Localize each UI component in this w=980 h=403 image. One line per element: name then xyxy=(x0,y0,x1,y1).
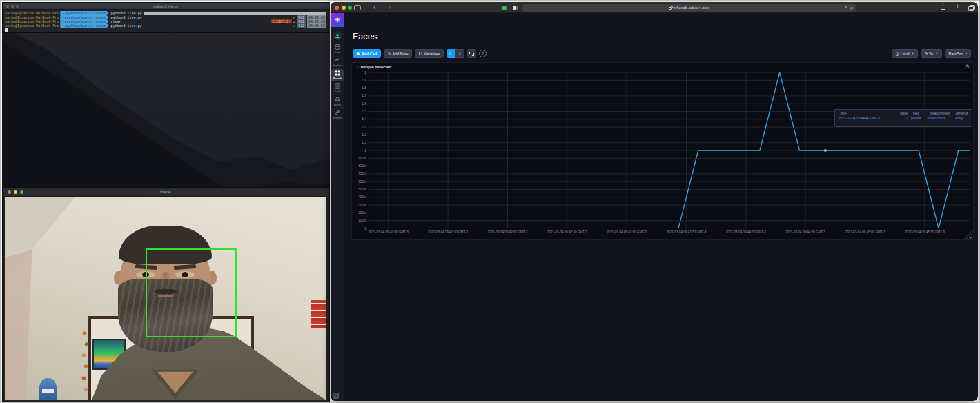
hanging-ornament xyxy=(81,353,86,358)
add-cell-icon: ✚ xyxy=(357,52,360,56)
drag-handle-icon[interactable]: ⠿ xyxy=(356,65,359,69)
add-cell-button[interactable]: ✚Add Cell xyxy=(353,49,381,58)
back-button[interactable]: ‹ xyxy=(373,3,375,12)
y-axis-tick-label: 400m xyxy=(352,195,366,199)
sidebar-item-explore[interactable]: Explore xyxy=(331,56,344,68)
graph-line-icon xyxy=(335,57,340,63)
extension-icon[interactable] xyxy=(502,6,507,10)
x-axis-tick-label: 2021-03-04 09:41:30 GMT-3 xyxy=(428,230,468,234)
terminal-cursor[interactable] xyxy=(5,28,8,32)
wrench-icon xyxy=(335,110,340,115)
tooltip-column: cameras entry xyxy=(956,112,968,124)
tooltip-column: _measurement public-count xyxy=(928,112,952,124)
history-number: 942 xyxy=(297,23,306,28)
sidebar-item-tasks[interactable]: Tasks xyxy=(331,82,344,95)
translate-icon[interactable]: ᵃ xyxy=(845,6,847,10)
sidebar-toggle-icon[interactable] xyxy=(354,5,361,10)
dark-mode-icon[interactable]: ☾ xyxy=(447,49,455,58)
influxdb-logo[interactable]: ❋ xyxy=(331,13,344,27)
frame-window-title: frame xyxy=(3,190,329,194)
timezone-dropdown[interactable]: ◷Local▾ xyxy=(892,49,918,58)
user-avatar[interactable] xyxy=(333,31,342,40)
face-detection-box xyxy=(146,248,237,337)
bell-icon xyxy=(335,97,340,102)
forward-button[interactable]: › xyxy=(389,3,391,12)
cell-resize-handle[interactable] xyxy=(964,230,972,239)
tasks-icon xyxy=(335,83,340,89)
y-axis-tick-label: 1.8 xyxy=(352,86,366,90)
chevron-down-icon: ▾ xyxy=(912,52,914,55)
command-timestamp: 09:43:58 xyxy=(307,23,326,28)
lock-icon xyxy=(669,7,672,10)
theme-toggle[interactable]: ☾ ☀ xyxy=(447,49,464,58)
terminal-titlebar[interactable]: python3 live.py xyxy=(3,3,329,10)
opencv-frame-window: frame xyxy=(2,187,329,402)
cell-header[interactable]: ⠿ People detected xyxy=(356,65,391,69)
shield-extension-icon[interactable] xyxy=(513,6,518,10)
add-note-button[interactable]: ✎Add Note xyxy=(384,49,413,58)
address-bar[interactable]: influxdb.cduser.com ᵃ ⟳ xyxy=(522,4,856,12)
time-controls: ◷Local▾ ⟳5s▾ Past 5m▾ xyxy=(892,49,971,58)
y-axis-tick-label: 700m xyxy=(352,172,366,175)
help-button[interactable]: ? xyxy=(479,50,487,57)
x-axis-tick-label: 2021-03-04 09:44:00 GMT-3 xyxy=(726,230,766,234)
zoom-button[interactable] xyxy=(348,6,352,10)
dashboard-cell: ⠿ People detected ⚙ 21.91.81.71.61.51.41… xyxy=(351,62,974,240)
variables-button[interactable]: Variables xyxy=(415,49,444,58)
database-icon xyxy=(335,44,340,50)
close-button[interactable] xyxy=(335,6,339,10)
time-range-dropdown[interactable]: Past 5m▾ xyxy=(945,49,971,58)
browser-toolbar[interactable]: ‹ › influxdb.cduser.com ᵃ ⟳ + xyxy=(331,2,978,13)
chevron-down-icon: ▾ xyxy=(936,52,937,55)
hanging-ornament xyxy=(81,331,87,335)
clock-icon: ◷ xyxy=(896,52,899,56)
new-tab-button[interactable]: + xyxy=(956,3,959,10)
terminal-window-title: python3 live.py xyxy=(3,4,329,8)
y-axis-tick-label: 1.3 xyxy=(352,126,366,129)
prompt-status: ✔ 942 09:43:58 xyxy=(293,23,326,28)
tab-overview-icon[interactable] xyxy=(968,5,974,10)
fullscreen-icon xyxy=(469,52,474,56)
y-axis-tick-label: 200m xyxy=(352,211,366,215)
window-thumbnail-chip[interactable] xyxy=(333,393,339,399)
x-axis-tick-label: 2021-03-04 09:45:00 GMT-3 xyxy=(845,230,885,234)
y-axis-tick-label: 100m xyxy=(352,219,366,222)
cell-gear-icon[interactable]: ⚙ xyxy=(965,63,970,70)
prompt-user: nacho@Ignacios-MacBook-Pro xyxy=(5,23,59,28)
macos-desktop: python3 live.py nacho@Ignacios-MacBook-P… xyxy=(2,2,330,402)
x-axis-tick-label: 2021-03-04 09:42:30 GMT-3 xyxy=(547,230,587,234)
browser-traffic-lights[interactable] xyxy=(335,6,352,10)
tooltip-column: _time 2021-03-04 09:44:40 GMT-3 xyxy=(839,112,893,124)
prompt-path: ~/python/public-count xyxy=(60,19,108,23)
terminal-body: nacho@Ignacios-MacBook-Pro ~/python/publ… xyxy=(3,10,329,34)
sidebar-item-boards[interactable]: Boards xyxy=(331,69,344,81)
reload-icon[interactable]: ⟳ xyxy=(850,6,854,10)
frame-titlebar[interactable]: frame xyxy=(3,188,329,197)
y-axis-tick-label: 1.7 xyxy=(352,94,366,97)
sidebar-item-data[interactable]: Data xyxy=(331,43,344,55)
y-axis-tick-label: 1.1 xyxy=(352,141,366,144)
light-mode-icon[interactable]: ☀ xyxy=(455,49,464,58)
y-axis-tick-label: 300m xyxy=(352,204,366,207)
safari-window: ‹ › influxdb.cduser.com ᵃ ⟳ + ❋ xyxy=(331,2,978,401)
influxdb-page: ❋ Data Explore Boards Ta xyxy=(331,13,978,401)
blue-bottle xyxy=(39,378,57,400)
refresh-icon: ⟳ xyxy=(925,52,928,56)
y-axis-tick-label: 1.9 xyxy=(352,79,366,82)
minimize-button[interactable] xyxy=(342,6,346,10)
y-axis-tick-label: 1 xyxy=(352,149,366,153)
sidebar-item-settings[interactable]: Settings xyxy=(331,108,344,121)
presentation-mode-button[interactable] xyxy=(467,49,476,58)
variables-icon xyxy=(419,52,422,55)
terminal-window: python3 live.py nacho@Ignacios-MacBook-P… xyxy=(2,2,329,33)
share-icon[interactable] xyxy=(941,4,945,10)
y-axis-tick-label: 1.6 xyxy=(352,102,366,106)
y-axis-tick-label: 900m xyxy=(352,157,366,160)
sidebar-item-alerts[interactable]: Alerts xyxy=(331,95,344,108)
people-detected-line-chart[interactable] xyxy=(369,72,970,228)
refresh-interval-dropdown[interactable]: ⟳5s▾ xyxy=(921,49,942,58)
y-axis-tick-label: 1.2 xyxy=(352,133,366,137)
x-axis-tick-label: 2021-03-04 09:43:00 GMT-3 xyxy=(607,230,647,234)
influxdb-nav-rail: ❋ Data Explore Boards Ta xyxy=(331,13,344,401)
y-axis-tick-label: 1.5 xyxy=(352,110,366,113)
